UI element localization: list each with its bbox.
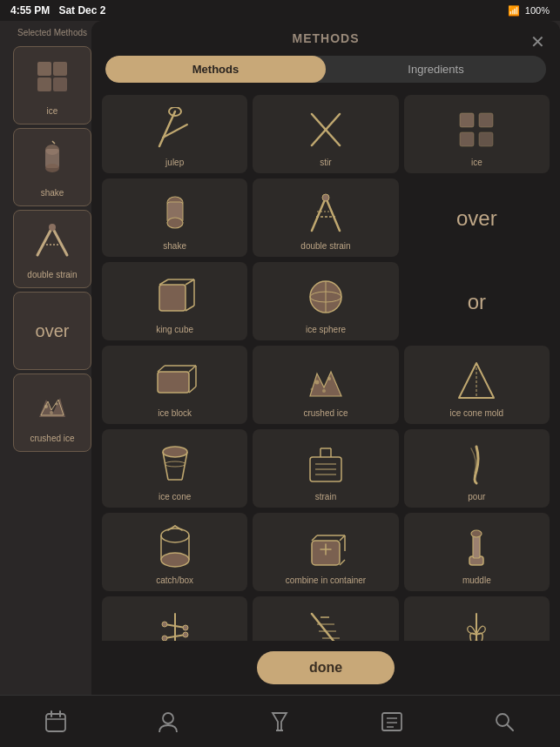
svg-line-30 (326, 198, 340, 231)
sidebar-item-over[interactable]: over (13, 292, 91, 370)
muddle-icon (453, 524, 500, 571)
nav-profile[interactable] (156, 710, 180, 734)
svg-line-48 (189, 387, 196, 393)
method-over-text[interactable]: over (404, 178, 550, 257)
swizzle-icon (152, 608, 199, 641)
method-swizzle[interactable]: swizzle (102, 596, 247, 641)
ice-sphere-icon (302, 273, 349, 320)
methods-grid: julep stir (91, 91, 560, 641)
sidebar-item-shake-label: shake (41, 188, 64, 198)
microstrain-icon (302, 608, 349, 641)
tab-ingredients[interactable]: Ingredients (326, 56, 546, 83)
nav-cocktail[interactable] (267, 710, 292, 734)
svg-point-84 (471, 530, 482, 537)
svg-point-15 (56, 403, 58, 406)
method-catch-box[interactable]: catch/box (102, 513, 247, 591)
method-crushed-ice[interactable]: crushed ice (253, 346, 398, 424)
svg-point-16 (50, 411, 53, 414)
svg-point-53 (310, 388, 313, 391)
svg-rect-2 (37, 77, 51, 91)
svg-line-39 (186, 306, 194, 311)
svg-rect-117 (382, 713, 401, 730)
nav-calendar[interactable] (44, 710, 68, 734)
svg-point-28 (167, 218, 183, 228)
svg-line-9 (52, 227, 67, 255)
status-time: 4:55 PM (10, 4, 50, 17)
sidebar-item-ice[interactable]: ice (13, 46, 91, 124)
svg-rect-0 (37, 62, 51, 76)
combine-in-container-label: combine in container (286, 575, 366, 586)
svg-line-76 (340, 535, 345, 541)
method-ice-cone-mold[interactable]: ice cone mold (404, 346, 550, 424)
sidebar-item-ice-label: ice (47, 106, 58, 116)
stir-icon (302, 106, 349, 153)
svg-line-35 (159, 279, 168, 285)
sidebar-item-shake[interactable]: shake (13, 128, 91, 206)
svg-point-50 (314, 380, 319, 385)
nav-search[interactable] (492, 710, 516, 734)
nav-list[interactable] (380, 710, 404, 734)
ice-cone-icon (152, 441, 199, 488)
method-microstrain[interactable]: microstrain (253, 596, 398, 641)
svg-marker-49 (310, 372, 341, 396)
svg-point-71 (161, 553, 189, 567)
svg-point-10 (49, 224, 56, 231)
method-stir[interactable]: stir (253, 95, 398, 173)
ice-cone-mold-label: ice cone mold (449, 407, 503, 419)
svg-line-75 (312, 535, 317, 541)
close-button[interactable]: ✕ (525, 30, 550, 54)
julep-icon (152, 106, 199, 153)
ice-icon (30, 55, 74, 103)
method-whisk[interactable]: whisk (404, 596, 550, 641)
svg-line-17 (159, 111, 175, 146)
svg-rect-22 (460, 113, 474, 127)
svg-line-45 (189, 366, 196, 372)
svg-line-29 (312, 198, 326, 231)
method-king-cube[interactable]: king cube (102, 262, 247, 340)
strain-icon (302, 441, 349, 488)
tab-bar: Methods Ingredients (105, 56, 546, 83)
julep-label: julep (165, 157, 184, 168)
svg-line-36 (186, 279, 194, 285)
method-double-strain[interactable]: double strain (253, 178, 398, 257)
svg-line-79 (340, 560, 345, 565)
method-or-text[interactable]: or (404, 262, 550, 340)
main-area: Selected Methods ice (0, 21, 560, 695)
svg-point-6 (45, 164, 59, 172)
method-ice[interactable]: ice (404, 95, 550, 173)
ice-block-icon (152, 357, 199, 404)
method-ice-cone[interactable]: ice cone (102, 429, 247, 508)
sidebar-item-double-strain[interactable]: double strain (13, 210, 91, 288)
wifi-icon: 📶 (508, 5, 520, 17)
svg-point-115 (163, 713, 173, 723)
shake-icon (30, 137, 74, 185)
method-pour[interactable]: pour (404, 429, 550, 508)
method-shake[interactable]: shake (102, 178, 247, 257)
modal-title: METHODS (293, 31, 360, 45)
svg-rect-34 (159, 285, 186, 311)
svg-rect-24 (460, 132, 474, 146)
double-strain-grid-icon (302, 190, 349, 237)
done-button[interactable]: done (257, 651, 395, 684)
sidebar-item-crushed-ice-label: crushed ice (30, 434, 74, 443)
method-strain[interactable]: strain (253, 429, 398, 508)
pour-icon (453, 441, 500, 488)
method-julep[interactable]: julep (102, 95, 247, 173)
whisk-icon (453, 608, 500, 641)
muddle-label: muddle (462, 575, 491, 586)
ice-grid-icon (453, 106, 500, 153)
svg-point-68 (161, 528, 189, 542)
method-combine-in-container[interactable]: combine in container (253, 513, 398, 591)
sidebar-item-double-strain-label: double strain (27, 270, 77, 279)
done-area: done (91, 641, 560, 695)
method-muddle[interactable]: muddle (404, 513, 550, 591)
ice-block-label: ice block (158, 407, 192, 419)
method-ice-block[interactable]: ice block (102, 346, 247, 424)
method-ice-sphere[interactable]: ice sphere (253, 262, 398, 340)
ice-cone-label: ice cone (159, 491, 191, 502)
svg-point-91 (162, 636, 167, 641)
stir-label: stir (320, 157, 331, 168)
sidebar-item-crushed-ice[interactable]: crushed ice (13, 374, 91, 452)
catch-box-icon (152, 524, 199, 571)
tab-methods[interactable]: Methods (105, 56, 326, 83)
